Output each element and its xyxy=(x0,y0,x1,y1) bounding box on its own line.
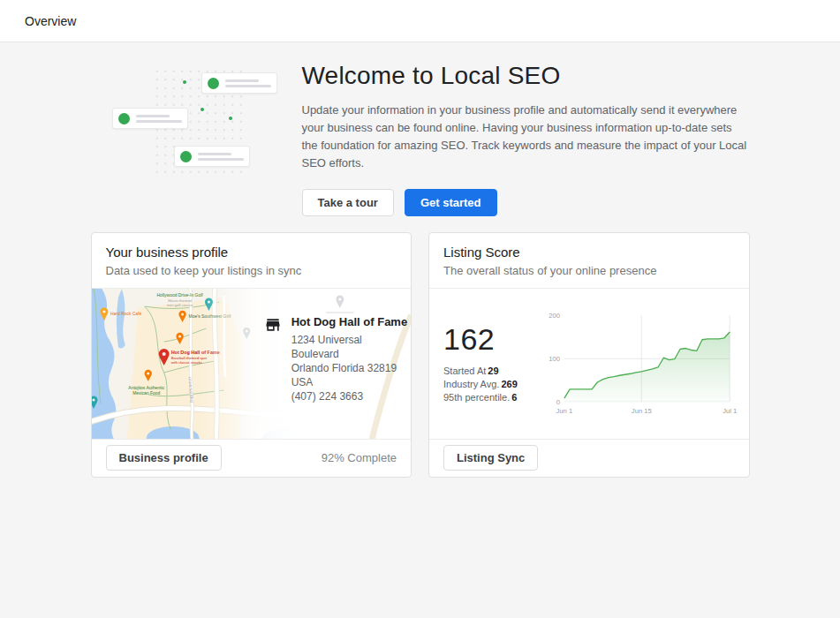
score-card-header: Listing Score The overall status of your… xyxy=(429,233,749,288)
hero-illustration xyxy=(102,55,293,178)
score-block: 162 Started At29 Industry Avg.269 95th p… xyxy=(443,298,542,439)
svg-text:Jul 1: Jul 1 xyxy=(723,407,737,415)
hero-title: Welcome to Local SEO xyxy=(302,62,750,90)
hero-text-block: Welcome to Local SEO Update your informa… xyxy=(293,55,750,216)
score-card-subtitle: The overall status of your online presen… xyxy=(443,264,735,277)
score-card-footer: Listing Sync xyxy=(429,440,749,477)
business-map-area: Hollywood Drive-In Golf Movie-themed min… xyxy=(92,289,412,439)
topbar: Overview xyxy=(0,0,840,42)
stat-value: 29 xyxy=(488,366,498,376)
business-info-block: Hot Dog Hall of Fame 1234 Universal Boul… xyxy=(264,315,411,403)
business-profile-card: Your business profile Data used to keep … xyxy=(91,232,412,478)
stat-label: Industry Avg. xyxy=(443,379,499,389)
stat-value: 6 xyxy=(511,392,517,403)
svg-text:Jun 15: Jun 15 xyxy=(632,407,652,415)
cards-row: Your business profile Data used to keep … xyxy=(91,232,750,478)
stat-row: Industry Avg.269 xyxy=(443,378,542,391)
text-lines-decoration xyxy=(198,153,244,161)
stat-row: 95th percentile.6 xyxy=(443,391,542,404)
main-content: Welcome to Local SEO Update your informa… xyxy=(91,42,750,478)
score-card-title: Listing Score xyxy=(443,245,735,260)
hero-description: Update your information in your business… xyxy=(302,102,750,173)
listing-score-chart: 0100200Jun 1Jun 15Jul 1 xyxy=(542,303,744,423)
stat-label: 95th percentile. xyxy=(443,392,510,403)
business-name: Hot Dog Hall of Fame xyxy=(291,315,411,328)
green-dot-decoration xyxy=(229,117,232,120)
listing-sync-button[interactable]: Listing Sync xyxy=(443,445,538,471)
svg-text:100: 100 xyxy=(549,355,560,363)
score-stats: Started At29 Industry Avg.269 95th perce… xyxy=(443,365,542,404)
green-dot-decoration xyxy=(201,108,204,111)
profile-completion-status: 92% Complete xyxy=(322,451,397,464)
svg-text:200: 200 xyxy=(549,312,560,320)
business-address-line: 1234 Universal Boulevard xyxy=(291,333,411,361)
stat-label: Started At xyxy=(443,366,486,376)
svg-text:Jun 1: Jun 1 xyxy=(556,407,573,415)
storefront-icon xyxy=(264,316,282,334)
business-address-line: Orlando Florida 32819 xyxy=(291,361,411,375)
score-media: 162 Started At29 Industry Avg.269 95th p… xyxy=(429,289,749,439)
illustration-listing-chip xyxy=(112,108,188,129)
text-lines-decoration xyxy=(136,115,182,123)
business-address-line: USA xyxy=(291,375,411,389)
business-card-header: Your business profile Data used to keep … xyxy=(92,233,412,288)
hero-buttons: Take a tour Get started xyxy=(302,189,750,216)
illustration-listing-chip xyxy=(174,146,250,167)
listing-score-card: Listing Score The overall status of your… xyxy=(428,232,750,478)
business-profile-button[interactable]: Business profile xyxy=(106,445,222,471)
listing-score-value: 162 xyxy=(443,322,542,357)
take-a-tour-button[interactable]: Take a tour xyxy=(302,189,394,216)
page-title: Overview xyxy=(25,14,76,28)
green-circle-icon xyxy=(180,151,192,162)
text-lines-decoration xyxy=(225,79,271,87)
stat-row: Started At29 xyxy=(443,365,542,378)
business-phone: (407) 224 3663 xyxy=(291,389,411,403)
hero-section: Welcome to Local SEO Update your informa… xyxy=(91,55,750,216)
green-circle-icon xyxy=(208,78,219,89)
green-circle-icon xyxy=(118,113,130,124)
green-dot-decoration xyxy=(183,80,186,84)
business-details: Hot Dog Hall of Fame 1234 Universal Boul… xyxy=(291,315,411,403)
get-started-button[interactable]: Get started xyxy=(405,189,497,216)
business-card-footer: Business profile 92% Complete xyxy=(92,440,412,477)
illustration-listing-chip xyxy=(201,72,277,94)
business-card-title: Your business profile xyxy=(106,245,397,260)
stat-value: 269 xyxy=(501,379,517,389)
svg-text:0: 0 xyxy=(556,397,560,405)
business-card-subtitle: Data used to keep your listings in sync xyxy=(106,264,397,277)
